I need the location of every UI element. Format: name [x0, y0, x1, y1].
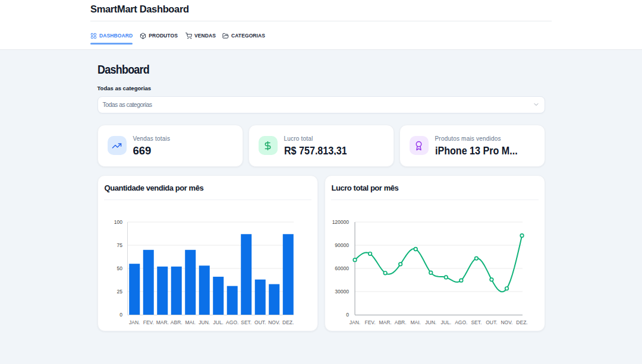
svg-text:AGO.: AGO.: [226, 319, 238, 325]
svg-text:100: 100: [114, 219, 122, 225]
svg-text:MAR.: MAR.: [156, 319, 168, 325]
svg-text:SET.: SET.: [241, 319, 251, 325]
svg-text:25: 25: [117, 289, 122, 295]
svg-text:NOV.: NOV.: [268, 319, 280, 325]
svg-text:DEZ.: DEZ.: [282, 319, 294, 325]
svg-text:FEV.: FEV.: [364, 319, 375, 325]
svg-text:90000: 90000: [335, 242, 349, 248]
svg-text:0: 0: [119, 312, 122, 318]
svg-text:AGO.: AGO.: [455, 319, 467, 325]
svg-text:OUT.: OUT.: [486, 319, 497, 325]
svg-text:60000: 60000: [335, 265, 349, 271]
svg-text:ABR.: ABR.: [170, 319, 182, 325]
svg-text:75: 75: [117, 242, 122, 248]
svg-text:30000: 30000: [335, 289, 349, 295]
svg-text:JUN.: JUN.: [199, 319, 210, 325]
svg-text:SET.: SET.: [471, 319, 482, 325]
svg-text:JUL.: JUL.: [440, 319, 451, 325]
svg-text:JAN.: JAN.: [129, 319, 140, 325]
svg-text:ABR.: ABR.: [394, 319, 406, 325]
svg-text:OUT.: OUT.: [254, 319, 266, 325]
svg-text:JUN.: JUN.: [425, 319, 436, 325]
svg-text:NOV.: NOV.: [501, 319, 512, 325]
svg-text:50: 50: [117, 265, 122, 271]
svg-text:MAI.: MAI.: [410, 319, 420, 325]
svg-text:FEV.: FEV.: [143, 319, 153, 325]
svg-text:JAN.: JAN.: [349, 319, 360, 325]
svg-text:JUL.: JUL.: [213, 319, 223, 325]
svg-text:0: 0: [346, 312, 349, 318]
svg-text:MAR.: MAR.: [379, 319, 391, 325]
svg-text:120000: 120000: [332, 219, 349, 225]
svg-text:MAI.: MAI.: [185, 319, 195, 325]
svg-text:DEZ.: DEZ.: [516, 319, 527, 325]
